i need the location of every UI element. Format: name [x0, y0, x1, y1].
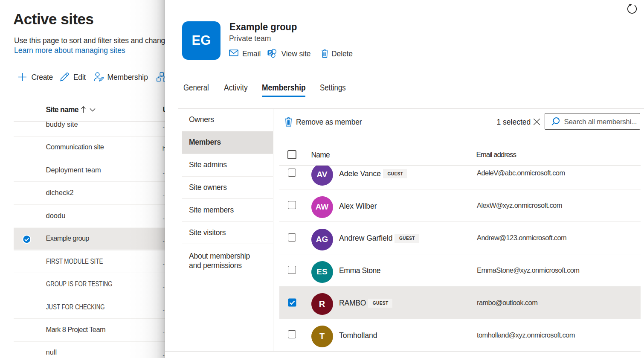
svg-text:S: S [269, 50, 272, 55]
